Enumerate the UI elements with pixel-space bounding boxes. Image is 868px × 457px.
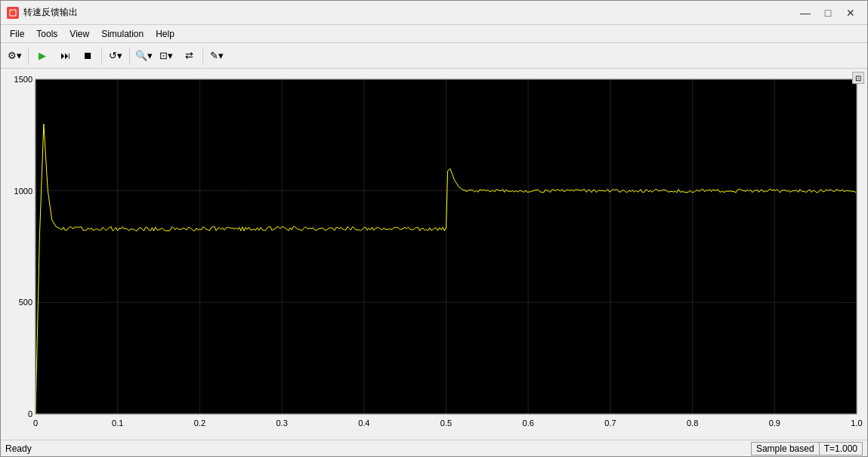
menu-file[interactable]: File [4, 27, 30, 41]
stop-button[interactable]: ⏹ [77, 46, 98, 66]
window-title: 转速反馈输出 [23, 6, 78, 19]
app-icon [7, 7, 19, 19]
play-button[interactable]: ▶ [32, 46, 53, 66]
toolbar: ⚙▾ ▶ ⏭ ⏹ ↺▾ 🔍▾ ⊡▾ ⇄ ✎▾ [1, 43, 867, 69]
toolbar-separator-2 [101, 48, 102, 64]
status-ready: Ready [5, 443, 32, 454]
refresh-button[interactable]: ↺▾ [105, 46, 126, 66]
maximize-button[interactable]: □ [817, 5, 839, 21]
status-time: T=1.000 [820, 442, 863, 455]
expand-button[interactable]: ⊡ [852, 72, 864, 84]
plot-area: ⊡ [4, 72, 864, 437]
menu-simulation[interactable]: Simulation [95, 27, 150, 41]
status-bar: Ready Sample based T=1.000 [1, 440, 867, 456]
menu-bar: File Tools View Simulation Help [1, 25, 867, 43]
plot-container: ⊡ [1, 69, 867, 440]
fit-button[interactable]: ⊡▾ [156, 46, 177, 66]
status-right: Sample based T=1.000 [751, 442, 863, 455]
minimize-button[interactable]: — [795, 5, 816, 21]
main-window: 转速反馈输出 — □ ✕ File Tools View Simulation … [0, 0, 868, 457]
menu-tools[interactable]: Tools [30, 27, 63, 41]
menu-help[interactable]: Help [150, 27, 181, 41]
close-button[interactable]: ✕ [840, 5, 861, 21]
link-button[interactable]: ⇄ [178, 46, 199, 66]
zoom-button[interactable]: 🔍▾ [133, 46, 154, 66]
plot-canvas[interactable] [4, 72, 864, 437]
settings-button[interactable]: ⚙▾ [4, 46, 25, 66]
title-left: 转速反馈输出 [7, 6, 78, 19]
step-button[interactable]: ⏭ [54, 46, 76, 66]
toolbar-separator-4 [202, 48, 203, 64]
toolbar-separator-3 [129, 48, 130, 64]
title-controls: — □ ✕ [795, 5, 861, 21]
title-bar: 转速反馈输出 — □ ✕ [1, 1, 867, 25]
toolbar-separator-1 [28, 48, 29, 64]
menu-view[interactable]: View [63, 27, 95, 41]
status-sample-based: Sample based [751, 442, 820, 455]
style-button[interactable]: ✎▾ [206, 46, 227, 66]
